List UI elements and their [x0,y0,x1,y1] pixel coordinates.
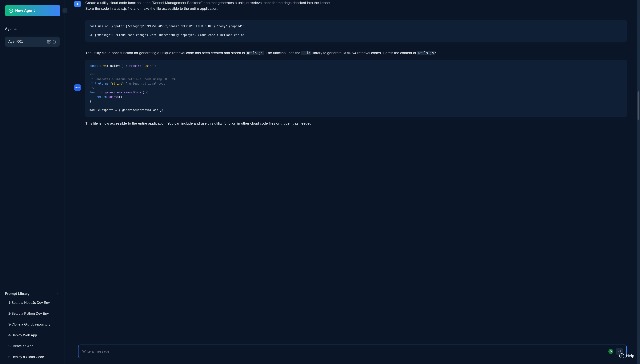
user-message-line: Store the code in a utils.js file and ma… [85,6,627,12]
tok: @returns [95,82,108,85]
main-content: Create a utility cloud code function in … [65,0,640,364]
text-span: . The function uses the [264,51,301,55]
help-label: Help [626,354,634,358]
tok: v4 [103,64,107,68]
tok: function [90,91,103,94]
tok: } [90,100,91,103]
inline-code: utils.js [246,51,264,55]
chat-scroll[interactable]: Create a utility cloud code function in … [65,0,640,341]
prompt-item[interactable]: 5-Create an App [8,344,60,348]
grammarly-icon[interactable]: G [608,349,613,354]
agent-list-item[interactable]: Agent001 [5,36,60,47]
tok: */ [90,86,95,90]
prompt-item[interactable]: 2-Setup a Python Dev Env [8,312,60,316]
delete-icon[interactable] [52,40,56,44]
tok: * Generates a unique retrieval code usin… [90,78,177,81]
prompt-item[interactable]: 1-Setup a NodeJs Dev Env [8,301,60,305]
help-button[interactable]: ? Help [619,353,634,358]
tok: * [90,82,95,85]
prompt-library-label: Prompt Library [5,292,30,296]
tok: ); [153,64,156,68]
user-avatar [74,1,81,7]
tok: module.exports = { generateRetrievalCode… [90,108,164,112]
prompt-item[interactable]: 6-Deploy a Cloud Code [8,355,60,359]
agents-header: Agents [5,27,60,31]
utils-js-code-block: const { v4: uuidv4 } = require('uuid'); … [85,60,627,117]
tok: uuidv4 [107,95,119,99]
tok: (); [119,95,124,99]
sidebar: + New Agent Agents Agent001 Prompt Libra… [0,0,65,364]
text-span: library to generate UUID v4 retrieval co… [312,51,417,55]
tok: /** [90,73,95,76]
tok: 'uuid' [143,64,153,68]
tool-call-code-block: call useTool({"path":{"category":"PARSE_… [85,20,627,42]
prompt-item[interactable]: 3-Clone a Github repository [8,322,60,326]
edit-icon[interactable] [47,40,51,44]
chevron-down-icon [57,292,60,295]
text-span: The utility cloud code function for gene… [85,51,246,55]
assistant-avatar: b4a [74,84,81,91]
code-line: => {"message": "Cloud code changes were … [90,33,244,37]
user-message-line: Create a utility cloud code function in … [85,0,627,6]
assistant-paragraph: This file is now accessible to the entir… [85,120,627,126]
agent-name: Agent001 [8,40,23,44]
prompt-item[interactable]: 4-Deploy Web App [8,333,60,337]
new-agent-button[interactable]: + New Agent [5,5,60,16]
tok: ( [141,64,143,68]
input-area: Write a message... G [65,341,640,364]
text-span: : [435,51,436,55]
plus-icon: + [9,8,13,13]
input-placeholder: Write a message... [82,349,112,354]
code-line: call useTool({"path":{"category":"PARSE_… [90,24,244,28]
tok: () { [141,91,148,94]
sidebar-collapse-button[interactable] [62,8,68,13]
tok: require [129,64,141,68]
prompt-list: 1-Setup a NodeJs Dev Env 2-Setup a Pytho… [5,301,60,359]
scrollbar-thumb[interactable] [638,92,640,120]
assistant-paragraph: The utility cloud code function for gene… [85,50,627,56]
new-agent-label: New Agent [15,8,35,13]
tok: const [90,64,98,68]
message-input[interactable]: Write a message... G [78,344,627,358]
tok: A unique retrieval code. [124,82,167,85]
tok: : uuidv4 } = [107,64,129,68]
tok: {string} [108,82,124,85]
scrollbar-track[interactable] [637,0,640,364]
tok: return [90,95,107,99]
inline-code: uuid [301,51,312,55]
prompt-library-toggle[interactable]: Prompt Library [5,289,60,298]
inline-code: utils.js [417,51,435,55]
help-icon: ? [619,353,624,358]
tok: generateRetrievalCode [103,91,141,94]
tok: { [98,64,103,68]
